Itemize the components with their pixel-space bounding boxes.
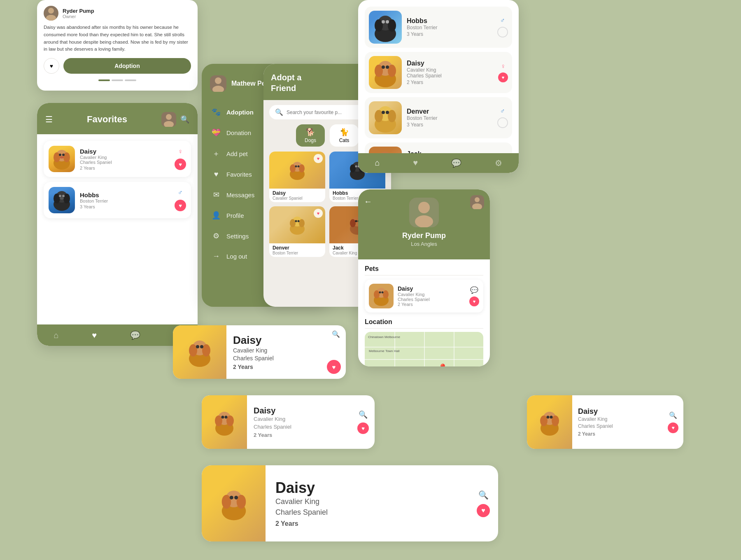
- search-icon[interactable]: 🔍: [332, 330, 340, 338]
- svg-point-30: [355, 166, 357, 168]
- favorite-button[interactable]: ♥: [357, 422, 369, 434]
- pet-card-right: Daisy Cavalier KingCharles Spaniel 2 Yea…: [527, 395, 683, 449]
- pet-large-name: Daisy: [233, 334, 339, 347]
- location-title: Location: [365, 318, 483, 326]
- svg-point-17: [60, 197, 64, 200]
- pet-name: Daisy: [275, 479, 467, 497]
- owner-row: Ryder Pump Owner: [37, 0, 198, 24]
- profile-location: Los Angles: [411, 241, 437, 247]
- pet-large-thumbnail: [173, 325, 226, 379]
- nav-settings-icon[interactable]: ⚙: [495, 158, 502, 168]
- svg-point-99: [540, 415, 548, 426]
- grid-pet-name: Denver: [269, 243, 325, 251]
- pet-mini-age: 2 Years: [398, 302, 465, 307]
- pet-age: 3 Years: [407, 122, 492, 128]
- svg-point-47: [388, 19, 396, 32]
- favorite-button[interactable]: ♥: [44, 58, 59, 74]
- pet-name: Daisy: [254, 406, 351, 415]
- list-item[interactable]: Hobbs Boston Terrier 3 Years ♂ ♥: [44, 182, 191, 218]
- tab-dogs[interactable]: 🐕 Dogs: [296, 124, 325, 147]
- svg-point-40: [350, 219, 356, 227]
- svg-point-77: [379, 292, 381, 294]
- favorite-button[interactable]: ♥: [327, 360, 341, 374]
- pet-info: Daisy Cavalier KingCharles Spaniel 2 Yea…: [572, 401, 668, 443]
- back-button[interactable]: ←: [364, 197, 372, 206]
- menu-label-donation: Donation: [226, 129, 251, 136]
- location-section: Location 📍 Chinatown Melbourne Melbourne…: [358, 317, 490, 366]
- list-item[interactable]: Daisy Cavalier King Charles Spaniel 2 Ye…: [44, 141, 191, 177]
- list-item[interactable]: Daisy Cavalier King Charles Spaniel 2 Ye…: [365, 52, 512, 93]
- nav-favorites-icon[interactable]: ♥: [413, 158, 418, 168]
- svg-point-9: [62, 154, 65, 156]
- svg-point-52: [375, 65, 383, 77]
- gender-icon: ♂: [500, 107, 505, 115]
- adoption-detail-card: Ryder Pump Owner Daisy was abandoned aft…: [37, 0, 198, 91]
- svg-point-100: [552, 415, 559, 426]
- tab-cats[interactable]: 🐈 Cats: [330, 124, 359, 147]
- unfavorite-button[interactable]: ♥: [175, 200, 186, 211]
- svg-point-34: [290, 219, 296, 227]
- favorite-button[interactable]: ♥: [469, 296, 479, 306]
- pet-breed-2: Charles Spaniel: [407, 73, 493, 79]
- select-checkbox[interactable]: [497, 117, 508, 128]
- pet-breed: Boston Terrier: [407, 115, 492, 121]
- map-view[interactable]: 📍 Chinatown Melbourne Melbourne Town Hal…: [365, 332, 483, 366]
- nav-favorites-icon[interactable]: ♥: [92, 330, 97, 340]
- pet-age: 2 Years: [407, 79, 493, 85]
- pets-list: Hobbs Boston Terrier 3 Years ♂ Daisy Cav…: [358, 0, 519, 173]
- list-item[interactable]: Denver Boston Terrier 3 Years ♂: [365, 97, 512, 138]
- pet-name: Hobbs: [407, 17, 492, 25]
- search-icon[interactable]: 🔍: [669, 411, 677, 419]
- grid-pet-breed: Boston Terrier: [269, 251, 325, 257]
- nav-chat-icon[interactable]: 💬: [451, 158, 461, 168]
- adoption-button[interactable]: Adoption: [63, 58, 191, 74]
- header-user-avatar: [470, 195, 484, 209]
- search-icon[interactable]: 🔍: [478, 490, 489, 500]
- owner-name: Ryder Pump: [63, 8, 94, 14]
- pet-mini-name: Daisy: [398, 285, 465, 292]
- pet-breed: Boston Terrier: [407, 25, 492, 30]
- gender-icon: ♂: [178, 189, 183, 196]
- pet-grid-item[interactable]: Daisy Cavalier Spaniel ♥: [269, 152, 325, 202]
- menu-icon[interactable]: ☰: [45, 114, 53, 124]
- svg-point-84: [200, 345, 203, 348]
- nav-home-icon[interactable]: ⌂: [54, 330, 58, 340]
- favorite-button[interactable]: ♥: [498, 72, 508, 82]
- pet-card-mini[interactable]: Daisy Cavalier King Charles Spaniel 2 Ye…: [365, 280, 483, 313]
- select-checkbox[interactable]: [497, 27, 508, 37]
- nav-chat-icon[interactable]: 💬: [130, 330, 140, 340]
- pet-large-age: 2 Years: [233, 364, 339, 370]
- svg-point-71: [418, 202, 430, 213]
- pet-grid-item[interactable]: Denver Boston Terrier ♥: [269, 206, 325, 257]
- tab-dogs-label: Dogs: [305, 138, 316, 143]
- svg-point-15: [59, 195, 61, 197]
- list-item[interactable]: Hobbs Boston Terrier 3 Years ♂: [365, 7, 512, 48]
- search-icon[interactable]: 🔍: [180, 115, 189, 124]
- user-avatar-small: [161, 112, 176, 127]
- unfavorite-button[interactable]: ♥: [175, 159, 186, 170]
- svg-point-88: [226, 415, 234, 426]
- pets-section-title: Pets: [358, 259, 490, 275]
- pet-thumbnail: [49, 187, 75, 213]
- grid-pet-breed: Cavalier Spaniel: [269, 196, 325, 202]
- gender-icon: ♂: [500, 17, 505, 24]
- pet-breed: Cavalier KingCharles Spaniel: [254, 415, 351, 430]
- svg-point-37: [298, 220, 300, 222]
- favorite-button[interactable]: ♥: [477, 504, 490, 517]
- messages-icon: ✉: [212, 190, 221, 199]
- svg-point-60: [382, 111, 385, 114]
- pet-age: 3 Years: [80, 204, 170, 209]
- menu-label-favorites: Favorites: [226, 171, 252, 178]
- favorites-card: ☰ Favorites 🔍 Daisy Cavalier King Charle…: [37, 103, 198, 346]
- gender-icon: ♀: [178, 148, 183, 155]
- favorite-button[interactable]: ♥: [668, 422, 678, 433]
- svg-point-23: [299, 164, 305, 173]
- pet-thumbnail: [202, 395, 247, 449]
- pet-name: Daisy: [578, 407, 662, 416]
- svg-point-35: [299, 219, 305, 227]
- nav-home-icon[interactable]: ⌂: [375, 158, 380, 168]
- svg-point-28: [350, 164, 356, 173]
- search-icon[interactable]: 🔍: [359, 410, 368, 419]
- pet-breed: Boston Terrier: [80, 198, 170, 203]
- svg-point-13: [54, 194, 60, 203]
